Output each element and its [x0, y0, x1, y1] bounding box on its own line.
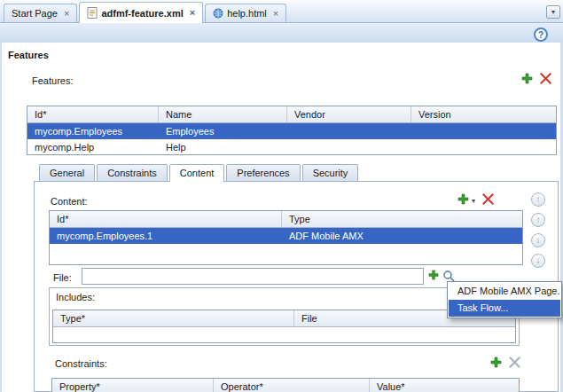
magnifier-icon — [442, 270, 455, 282]
column-header-type[interactable]: Type* — [53, 310, 294, 326]
plus-icon — [428, 270, 439, 280]
editor-tab-bar: Start Page × adfmf-feature.xml × help.ht… — [0, 0, 563, 23]
features-table: Id* Name Vendor Version mycomp.Employees… — [27, 106, 557, 155]
column-header-name[interactable]: Name — [159, 106, 287, 122]
cell-version — [411, 139, 556, 155]
close-icon[interactable]: × — [190, 8, 195, 18]
content-table-header: Id* Type — [50, 211, 522, 228]
tab-general[interactable]: General — [39, 164, 95, 181]
add-content-dropdown-caret[interactable]: ▾ — [472, 198, 475, 205]
column-header-id[interactable]: Id* — [27, 106, 159, 122]
xml-file-icon — [87, 7, 98, 19]
cell-name: Help — [159, 139, 287, 155]
content-table: Id* Type mycomp.Employees.1 ADF Mobile A… — [49, 210, 523, 265]
tab-label: Start Page — [12, 8, 58, 19]
constraints-table: Property* Operator* Value* — [51, 378, 520, 392]
tab-list-dropdown-button[interactable]: ▼ — [546, 5, 560, 19]
includes-section-label: Includes: — [56, 292, 95, 302]
delete-icon — [540, 73, 551, 84]
file-input[interactable] — [82, 268, 424, 285]
column-header-version[interactable]: Version — [411, 106, 556, 122]
column-header-vendor[interactable]: Vendor — [287, 106, 411, 122]
tab-help-html[interactable]: help.html × — [205, 4, 286, 22]
tab-label: adfmf-feature.xml — [101, 8, 183, 19]
file-field-label: File: — [53, 272, 72, 283]
tab-content[interactable]: Content — [169, 164, 225, 182]
remove-constraint-button[interactable] — [509, 357, 520, 368]
tab-security[interactable]: Security — [302, 164, 359, 181]
plus-icon — [490, 357, 502, 368]
close-icon[interactable]: × — [64, 9, 69, 19]
feature-detail-tabs: General Constraints Content Preferences … — [39, 164, 360, 181]
column-header-id[interactable]: Id* — [50, 211, 282, 227]
tab-preferences[interactable]: Preferences — [226, 164, 300, 181]
features-table-header: Id* Name Vendor Version — [27, 106, 556, 123]
menu-item-adf-mobile-amx-page[interactable]: ADF Mobile AMX Page... — [449, 283, 560, 300]
page-title: Features — [8, 50, 49, 60]
move-up-button[interactable]: ↑ — [531, 213, 545, 227]
column-header-value[interactable]: Value* — [370, 379, 519, 392]
tab-start-page[interactable]: Start Page × — [4, 4, 77, 22]
cell-vendor — [287, 123, 411, 139]
column-header-type[interactable]: Type — [282, 211, 522, 227]
help-icon[interactable]: ? — [534, 27, 548, 42]
plus-icon — [457, 193, 469, 205]
close-icon[interactable]: × — [273, 9, 278, 19]
cell-version — [411, 123, 556, 139]
add-constraint-button[interactable] — [490, 357, 502, 368]
browse-file-button[interactable] — [442, 270, 455, 282]
menu-item-task-flow[interactable]: Task Flow... — [449, 300, 560, 317]
html-file-icon — [213, 8, 223, 20]
column-header-operator[interactable]: Operator* — [214, 379, 370, 392]
add-feature-button[interactable] — [521, 73, 533, 84]
constraints-table-header: Property* Operator* Value* — [52, 379, 519, 392]
jdeveloper-editor-window: Start Page × adfmf-feature.xml × help.ht… — [0, 0, 563, 392]
delete-icon — [482, 193, 494, 205]
table-row[interactable]: mycomp.Help Help — [27, 139, 556, 155]
cell-id: mycomp.Employees.1 — [50, 228, 282, 244]
editor-toolbar-band — [0, 23, 563, 43]
column-header-property[interactable]: Property* — [52, 379, 214, 392]
remove-feature-button[interactable] — [540, 73, 551, 84]
cell-name: Employees — [159, 123, 287, 139]
table-row[interactable]: mycomp.Employees.1 ADF Mobile AMX — [50, 228, 522, 244]
add-content-context-menu: ADF Mobile AMX Page... Task Flow... — [447, 281, 562, 318]
remove-content-button[interactable] — [482, 193, 494, 205]
add-content-button[interactable] — [457, 193, 469, 205]
features-section-label: Features: — [32, 75, 73, 86]
add-file-button[interactable] — [428, 270, 439, 280]
table-row[interactable]: mycomp.Employees Employees — [27, 123, 556, 139]
plus-icon — [521, 73, 533, 84]
move-up-button[interactable]: ↑ — [531, 192, 545, 207]
tab-label: help.html — [227, 8, 267, 19]
includes-table-header: Type* File — [53, 310, 515, 327]
constraints-section-label: Constraints: — [55, 358, 107, 369]
cell-id: mycomp.Help — [27, 139, 159, 155]
delete-icon-disabled — [509, 357, 520, 368]
cell-vendor — [287, 139, 411, 155]
content-section-label: Content: — [51, 196, 88, 207]
tab-constraints[interactable]: Constraints — [97, 164, 168, 181]
move-down-button[interactable]: ↓ — [531, 254, 545, 268]
cell-id: mycomp.Employees — [27, 123, 159, 139]
move-down-button[interactable]: ↓ — [531, 233, 545, 247]
tab-adfmf-feature-xml[interactable]: adfmf-feature.xml × — [79, 2, 203, 23]
cell-type: ADF Mobile AMX — [282, 228, 522, 244]
